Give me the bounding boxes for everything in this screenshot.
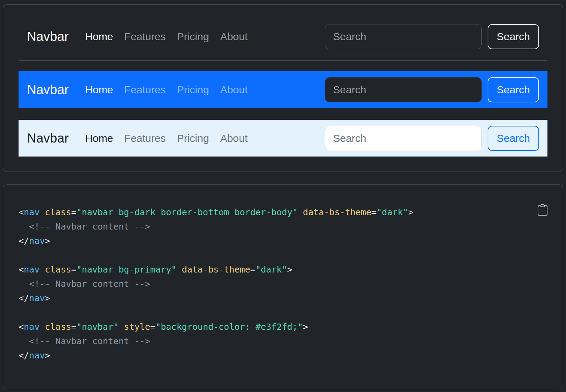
code-token-pun: >	[303, 322, 308, 332]
code-token-pun: <	[19, 322, 24, 332]
nav-link-home[interactable]: Home	[79, 84, 119, 96]
code-token-attr: data-bs-theme	[303, 207, 372, 217]
code-token-com: <!-- Navbar content -->	[19, 222, 150, 232]
search-form: Search	[325, 24, 539, 49]
copy-code-button[interactable]	[537, 204, 548, 216]
nav-link-home[interactable]: Home	[79, 31, 119, 43]
code-token-tag: nav	[29, 350, 45, 361]
code-line: <nav class="navbar" style="background-co…	[19, 322, 308, 332]
code-line: </nav>	[19, 236, 50, 246]
code-line: <nav class="navbar bg-dark border-bottom…	[19, 207, 413, 217]
code-line: <nav class="navbar bg-primary" data-bs-t…	[19, 264, 292, 275]
code-token-pun: =	[71, 322, 77, 332]
code-token-pun	[177, 264, 182, 275]
code-token-attr: class	[45, 207, 71, 217]
code-token-pun	[40, 322, 45, 332]
navbar-brand[interactable]: Navbar	[27, 82, 69, 97]
code-token-pun: =	[71, 264, 77, 275]
code-line: <!-- Navbar content -->	[19, 279, 150, 289]
nav-link-about[interactable]: About	[214, 132, 253, 144]
code-token-pun	[40, 264, 45, 275]
code-token-pun: =	[150, 322, 155, 332]
code-example-card: <nav class="navbar bg-dark border-bottom…	[3, 184, 563, 390]
search-button[interactable]: Search	[488, 77, 539, 102]
nav-link-features[interactable]: Features	[119, 84, 171, 96]
nav-link-pricing[interactable]: Pricing	[171, 84, 215, 96]
code-token-com: <!-- Navbar content -->	[19, 279, 150, 289]
navbar-nav: Home Features Pricing About	[79, 84, 253, 96]
code-token-tag: nav	[29, 293, 45, 303]
navbar-light: Navbar Home Features Pricing About Searc…	[19, 120, 547, 157]
navbar-examples-card: Navbar Home Features Pricing About Searc…	[3, 4, 563, 172]
code-token-str: "navbar bg-dark border-bottom border-bod…	[77, 207, 298, 217]
search-input[interactable]	[325, 24, 482, 49]
code-token-pun: =	[250, 264, 255, 275]
navbar-nav: Home Features Pricing About	[79, 31, 253, 43]
code-token-attr: style	[124, 322, 150, 332]
nav-link-pricing[interactable]: Pricing	[171, 132, 215, 144]
nav-link-features[interactable]: Features	[119, 31, 171, 43]
code-line: </nav>	[19, 293, 50, 303]
code-token-pun: <	[19, 264, 24, 275]
navbar-primary: Navbar Home Features Pricing About Searc…	[19, 71, 547, 108]
code-token-pun: =	[71, 207, 77, 217]
code-token-tag: nav	[29, 236, 45, 246]
code-token-pun: </	[19, 350, 29, 361]
code-token-attr: class	[45, 322, 71, 332]
nav-link-features[interactable]: Features	[119, 132, 171, 144]
code-token-tag: nav	[24, 207, 40, 217]
nav-link-about[interactable]: About	[214, 31, 253, 43]
search-button[interactable]: Search	[488, 24, 539, 49]
code-token-str: "navbar bg-primary"	[77, 264, 177, 275]
code-token-str: "background-color: #e3f2fd;"	[155, 322, 303, 332]
code-token-pun: >	[45, 350, 50, 361]
code-token-pun	[119, 322, 124, 332]
code-line: <!-- Navbar content -->	[19, 336, 150, 346]
search-button[interactable]: Search	[488, 126, 539, 151]
code-token-pun	[40, 207, 45, 217]
code-token-pun: >	[287, 264, 292, 275]
code-token-str: "navbar"	[77, 322, 119, 332]
code-token-pun: >	[408, 207, 413, 217]
code-token-pun: </	[19, 236, 29, 246]
code-block: <nav class="navbar bg-dark border-bottom…	[19, 205, 547, 363]
code-token-attr: data-bs-theme	[182, 264, 250, 275]
code-token-pun: >	[45, 293, 50, 303]
search-form: Search	[325, 126, 539, 151]
code-token-tag: nav	[24, 264, 40, 275]
search-input[interactable]	[325, 126, 482, 151]
code-line: </nav>	[19, 350, 50, 361]
code-token-pun: <	[19, 207, 24, 217]
nav-link-about[interactable]: About	[214, 84, 253, 96]
code-token-com: <!-- Navbar content -->	[19, 336, 150, 346]
code-token-attr: class	[45, 264, 71, 275]
code-token-pun: =	[372, 207, 377, 217]
code-token-pun: </	[19, 293, 29, 303]
code-token-pun: >	[45, 236, 50, 246]
search-input[interactable]	[325, 77, 482, 102]
code-token-tag: nav	[24, 322, 40, 332]
navbar-brand[interactable]: Navbar	[27, 29, 69, 44]
code-token-str: "dark"	[255, 264, 287, 275]
code-token-pun	[298, 207, 303, 217]
navbar-dark: Navbar Home Features Pricing About Searc…	[19, 13, 547, 61]
clipboard-icon	[537, 211, 548, 217]
code-line: <!-- Navbar content -->	[19, 222, 150, 232]
nav-link-home[interactable]: Home	[79, 132, 119, 144]
search-form: Search	[325, 77, 539, 102]
code-token-str: "dark"	[377, 207, 408, 217]
navbar-brand[interactable]: Navbar	[27, 131, 69, 146]
nav-link-pricing[interactable]: Pricing	[171, 31, 215, 43]
navbar-nav: Home Features Pricing About	[79, 132, 253, 144]
